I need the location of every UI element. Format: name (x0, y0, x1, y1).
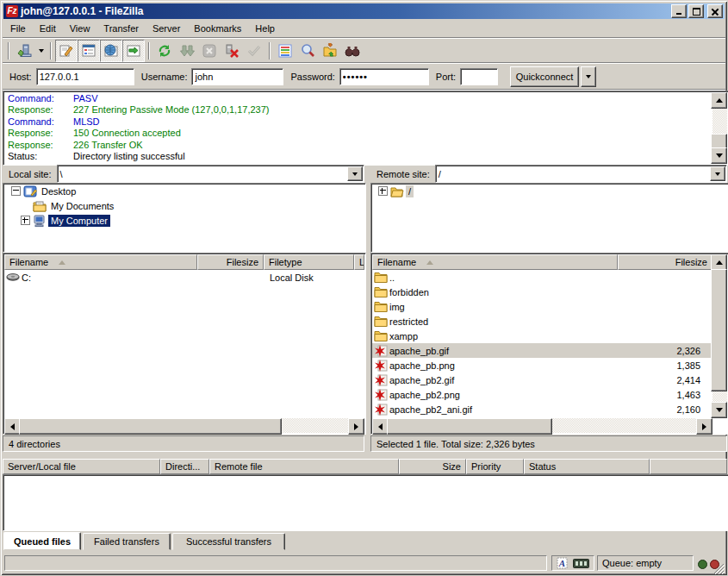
column-header-remote-file[interactable]: Remote file (209, 459, 399, 474)
remote-file-row[interactable]: forbidden (372, 285, 712, 299)
tab-successful-transfers[interactable]: Successful transfers (172, 533, 285, 550)
abort-check-button[interactable] (243, 40, 265, 62)
scroll-thumb[interactable] (387, 418, 552, 435)
column-header-filetype[interactable]: Filetype (264, 254, 354, 270)
minimize-button[interactable] (671, 4, 687, 18)
statusbar-indicator-field: A (551, 555, 594, 571)
column-header-direction[interactable]: Directi... (160, 459, 209, 474)
port-input[interactable] (460, 68, 498, 85)
remote-site-dropdown[interactable] (710, 166, 725, 181)
file-size: 2,160 (623, 404, 712, 415)
tab-failed-transfers[interactable]: Failed transfers (83, 533, 171, 550)
column-header-filesize[interactable]: Filesize (197, 254, 264, 270)
menu-file[interactable]: File (3, 22, 33, 35)
scroll-right-button[interactable] (348, 418, 364, 435)
directory-comparison-button[interactable] (319, 40, 341, 62)
toggle-local-tree-button[interactable] (78, 40, 100, 62)
arrow-up-icon (716, 95, 723, 103)
arrow-up-icon (716, 257, 723, 265)
local-hscrollbar[interactable] (4, 418, 364, 433)
column-header-server-local-file[interactable]: Server/Local file (3, 459, 160, 474)
remote-file-row[interactable]: img (372, 299, 712, 314)
log-vscrollbar[interactable] (712, 92, 727, 164)
tree-item-my-documents[interactable]: My Documents (3, 198, 365, 213)
tree-item-root[interactable]: / (371, 184, 728, 198)
menu-view[interactable]: View (63, 22, 97, 35)
column-header-last-modified[interactable]: L (354, 254, 364, 270)
speed-limit-icon[interactable] (573, 559, 589, 568)
column-header-filename[interactable]: Filename (4, 254, 197, 270)
scroll-thumb[interactable] (19, 418, 282, 435)
scroll-up-button[interactable] (711, 92, 727, 109)
maximize-button[interactable] (688, 4, 704, 18)
quickconnect-button[interactable]: Quickconnect (510, 66, 579, 87)
column-header-priority[interactable]: Priority (466, 459, 524, 474)
remote-file-row[interactable]: apache_pb.png 1,385 (372, 358, 712, 373)
menu-transfer[interactable]: Transfer (96, 22, 146, 35)
queue-list[interactable] (3, 474, 728, 531)
process-queue-button[interactable] (176, 40, 198, 62)
synchronized-browsing-button[interactable] (341, 40, 364, 62)
local-list-rows: C: Local Disk (4, 270, 364, 285)
remote-hscrollbar[interactable] (372, 418, 712, 433)
column-header-filesize[interactable]: Filesize (618, 254, 712, 270)
scroll-thumb[interactable] (711, 269, 727, 391)
log-line: Command:MLSD (5, 116, 712, 128)
remote-vscrollbar[interactable] (712, 254, 727, 418)
site-manager-dropdown[interactable] (35, 41, 47, 61)
remote-file-row[interactable]: apache_pb2.gif 2,414 (372, 373, 712, 387)
ascii-transfer-type-icon[interactable]: A (557, 557, 568, 569)
process-queue-icon (179, 43, 195, 59)
cancel-operation-button[interactable] (198, 40, 221, 62)
remote-tree-icon (103, 43, 119, 59)
menu-help[interactable]: Help (248, 22, 282, 35)
disconnect-button[interactable] (221, 40, 243, 62)
remote-file-row[interactable]: apache_pb2_ani.gif 2,160 (372, 402, 712, 416)
remote-file-row[interactable]: apache_pb2.png 1,463 (372, 387, 712, 402)
toolbar (4, 39, 725, 62)
column-header-filename[interactable]: Filename (372, 254, 618, 270)
site-manager-button[interactable] (13, 40, 35, 62)
title-bar[interactable]: Fz john@127.0.0.1 - FileZilla (3, 3, 725, 19)
menu-bookmarks[interactable]: Bookmarks (187, 22, 248, 35)
resize-grip[interactable] (712, 562, 725, 574)
close-button[interactable] (707, 4, 723, 18)
username-input[interactable] (191, 68, 283, 85)
host-input[interactable] (36, 68, 134, 85)
sort-ascending-icon (59, 257, 65, 265)
local-site-dropdown[interactable] (347, 166, 363, 181)
scroll-right-button[interactable] (696, 418, 712, 435)
remote-file-row[interactable]: xampp (372, 329, 712, 343)
local-site-combo[interactable]: \ (57, 165, 364, 183)
chevron-down-icon (39, 49, 44, 55)
quickconnect-dropdown[interactable] (581, 66, 596, 87)
arrow-left-icon (375, 423, 383, 430)
scroll-down-button[interactable] (711, 402, 727, 418)
column-header-status[interactable]: Status (524, 459, 650, 474)
toggle-remote-tree-button[interactable] (100, 40, 122, 62)
local-file-row[interactable]: C: Local Disk (4, 270, 364, 285)
column-header-size[interactable]: Size (399, 459, 466, 474)
folder-icon (374, 271, 388, 284)
file-search-button[interactable] (296, 40, 319, 62)
expand-icon[interactable] (378, 186, 388, 196)
menu-server[interactable]: Server (146, 22, 187, 35)
remote-file-row[interactable]: .. (372, 270, 712, 285)
collapse-icon[interactable] (11, 186, 21, 196)
menu-edit[interactable]: Edit (33, 22, 63, 35)
refresh-button[interactable] (153, 40, 176, 62)
toggle-transfer-queue-button[interactable] (122, 40, 145, 62)
scroll-down-button[interactable] (711, 147, 727, 164)
remote-file-row[interactable]: restricted (372, 314, 712, 329)
filename-filters-button[interactable] (274, 40, 296, 62)
remote-file-row-selected[interactable]: apache_pb.gif 2,326 (372, 343, 712, 358)
remote-site-combo[interactable]: / (435, 165, 727, 183)
expand-icon[interactable] (21, 216, 30, 225)
tab-queued-files[interactable]: Queued files (3, 532, 81, 550)
local-tree-icon (81, 43, 96, 59)
toggle-message-log-button[interactable] (55, 40, 78, 62)
tree-item-desktop[interactable]: Desktop (3, 184, 365, 198)
image-file-icon (374, 388, 388, 401)
password-input[interactable] (339, 68, 429, 85)
tree-item-my-computer[interactable]: My Computer (3, 213, 365, 228)
